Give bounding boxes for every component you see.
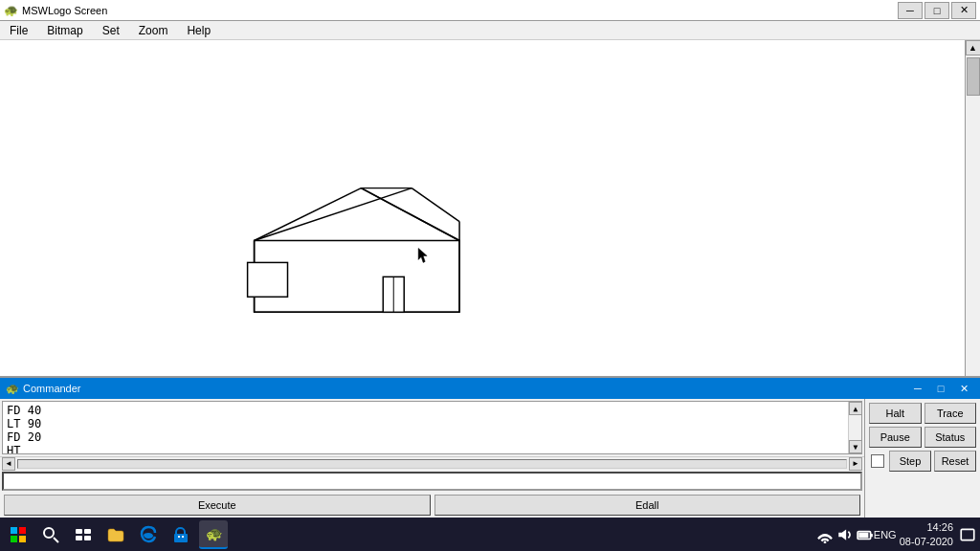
commander-input-row	[2, 472, 862, 491]
commander-title-controls: ─ □ ✕	[907, 381, 974, 396]
svg-rect-22	[84, 529, 91, 534]
output-scroll-down[interactable]: ▼	[849, 440, 862, 453]
svg-rect-25	[174, 534, 188, 542]
svg-line-10	[361, 188, 459, 241]
step-checkbox-area	[871, 454, 884, 468]
pause-status-row: Pause Status	[869, 427, 976, 448]
scroll-right-arrow[interactable]: ►	[849, 457, 862, 471]
start-button[interactable]	[4, 520, 33, 549]
svg-marker-29	[838, 529, 846, 540]
status-button[interactable]: Status	[924, 427, 977, 448]
commander-close[interactable]: ✕	[953, 381, 974, 396]
output-scrollbar[interactable]: ▲ ▼	[848, 402, 861, 453]
menu-help[interactable]: Help	[181, 22, 216, 39]
output-line-3: FD 20	[7, 430, 842, 444]
clock-time: 14:26	[900, 520, 953, 534]
clock-date: 08-07-2020	[900, 535, 953, 548]
halt-trace-row: Halt Trace	[869, 403, 976, 424]
menu-zoom[interactable]: Zoom	[133, 22, 174, 39]
commander-execute-row: Execute Edall	[0, 493, 864, 518]
scroll-up-arrow[interactable]: ▲	[966, 40, 981, 55]
svg-line-5	[412, 188, 459, 222]
search-button[interactable]	[36, 520, 65, 549]
step-reset-row: Step Reset	[869, 451, 976, 472]
step-button[interactable]: Step	[889, 451, 931, 472]
clock[interactable]: 14:26 08-07-2020	[900, 520, 953, 548]
svg-rect-32	[870, 533, 872, 536]
output-line-1: FD 40	[7, 404, 842, 417]
volume-icon[interactable]	[836, 526, 854, 543]
title-bar-left: 🐢 MSWLogo Screen	[4, 4, 107, 17]
menu-bar: File Bitmap Set Zoom Help	[0, 21, 980, 40]
commander-icon: 🐢	[6, 383, 19, 395]
menu-file[interactable]: File	[4, 22, 33, 39]
svg-line-20	[54, 538, 58, 542]
app-icon: 🐢	[4, 4, 18, 17]
scroll-left-arrow[interactable]: ◄	[2, 457, 15, 471]
svg-rect-21	[76, 529, 82, 534]
commander-input[interactable]	[2, 472, 862, 491]
svg-line-1	[255, 188, 362, 241]
reset-button[interactable]: Reset	[934, 451, 976, 472]
svg-rect-27	[182, 536, 184, 538]
taskbar-right: ENG 14:26 08-07-2020	[816, 520, 976, 548]
svg-rect-31	[858, 532, 868, 538]
language-icon[interactable]: ENG	[877, 526, 894, 543]
battery-icon[interactable]	[857, 526, 874, 543]
step-checkbox[interactable]	[871, 454, 884, 468]
trace-button[interactable]: Trace	[924, 403, 977, 424]
svg-rect-17	[11, 536, 17, 542]
menu-set[interactable]: Set	[97, 22, 125, 39]
window-title: MSWLogo Screen	[22, 5, 107, 16]
svg-point-19	[44, 528, 54, 538]
svg-rect-33	[961, 529, 974, 540]
title-bar-controls: ─ □ ✕	[898, 2, 976, 19]
output-scroll-up[interactable]: ▲	[849, 402, 862, 415]
close-button[interactable]: ✕	[951, 2, 976, 19]
svg-rect-11	[248, 262, 288, 297]
svg-point-28	[823, 540, 826, 542]
store-button[interactable]	[167, 520, 195, 549]
output-line-4: HT	[7, 444, 842, 454]
h-scroll-bar[interactable]	[17, 459, 847, 469]
commander-left: FD 40 LT 90 FD 20 HT ▲ ▼ ◄ ►	[0, 399, 865, 518]
commander-body: FD 40 LT 90 FD 20 HT ▲ ▼ ◄ ►	[0, 399, 980, 518]
commander-panel: 🐢 Commander ─ □ ✕ FD 40 LT 90 FD 20 HT ▲	[0, 376, 980, 518]
halt-button[interactable]: Halt	[869, 403, 922, 424]
svg-rect-24	[84, 536, 91, 540]
notification-icon[interactable]	[959, 526, 976, 543]
svg-rect-18	[19, 536, 26, 542]
system-tray-icons: ENG	[816, 526, 894, 543]
commander-right: Halt Trace Pause Status Step Reset	[865, 399, 980, 518]
pause-button[interactable]: Pause	[869, 427, 922, 448]
commander-title-left: 🐢 Commander	[6, 383, 81, 395]
output-line-2: LT 90	[7, 417, 842, 430]
commander-maximize[interactable]: □	[930, 381, 951, 396]
task-view-button[interactable]	[69, 520, 98, 549]
h-scroll-row: ◄ ►	[0, 456, 864, 470]
execute-button[interactable]: Execute	[4, 495, 431, 516]
menu-bitmap[interactable]: Bitmap	[41, 22, 88, 39]
svg-line-9	[255, 188, 412, 241]
edall-button[interactable]: Edall	[434, 495, 861, 516]
mswlogo-taskbar-button[interactable]: 🐢	[199, 520, 228, 549]
file-explorer-button[interactable]	[101, 520, 130, 549]
commander-minimize[interactable]: ─	[907, 381, 928, 396]
svg-rect-16	[19, 527, 26, 534]
commander-titlebar: 🐢 Commander ─ □ ✕	[0, 378, 980, 399]
svg-rect-23	[76, 536, 82, 540]
commander-title: Commander	[23, 383, 81, 394]
network-icon[interactable]	[816, 526, 834, 543]
commander-output: FD 40 LT 90 FD 20 HT ▲ ▼	[2, 401, 862, 454]
minimize-button[interactable]: ─	[898, 2, 923, 19]
taskbar: 🐢	[0, 518, 980, 551]
title-bar: 🐢 MSWLogo Screen ─ □ ✕	[0, 0, 980, 21]
edge-browser-button[interactable]	[134, 520, 163, 549]
svg-rect-26	[178, 536, 180, 538]
svg-rect-15	[11, 527, 17, 534]
maximize-button[interactable]: □	[924, 2, 949, 19]
scroll-thumb[interactable]	[967, 57, 980, 96]
